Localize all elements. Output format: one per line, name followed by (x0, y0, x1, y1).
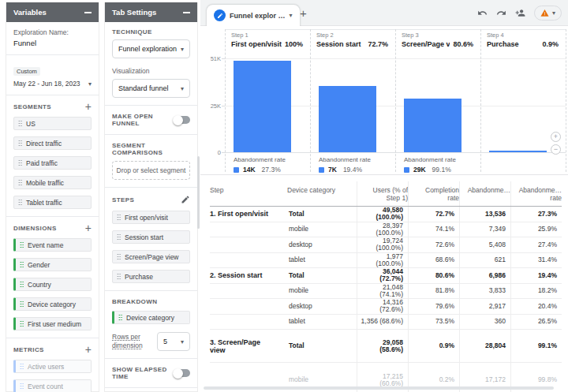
dimension-chip-label: Device category (28, 301, 76, 308)
drag-handle-icon (20, 281, 24, 288)
segment-drop-target[interactable]: Drop or select segment (112, 161, 190, 180)
column-header[interactable]: Users (% ofStep 1) (357, 181, 408, 206)
funnel-bar[interactable] (404, 99, 462, 152)
make-open-funnel-toggle[interactable] (174, 116, 190, 124)
chevron-down-icon: ▾ (290, 12, 293, 19)
column-header[interactable]: Step (210, 181, 287, 206)
abandonment-legend: Abandonment rate14K27.3% (234, 156, 308, 174)
technique-select[interactable]: Funnel exploration ▾ (112, 39, 190, 58)
dimension-chip[interactable]: First user medium (13, 317, 92, 330)
cell-abandonment-rate: 27.4% (510, 237, 562, 252)
drag-handle-icon (20, 363, 24, 370)
sampling-warning-button[interactable]: ▾ (534, 6, 562, 21)
minimize-icon[interactable] (84, 12, 92, 13)
step-name: Session start (316, 40, 361, 48)
cell-abandonment-rate: 27.3% (510, 207, 562, 222)
tab-settings-title: Tab Settings (112, 8, 156, 17)
cell-users: 1,977(100.0%) (357, 253, 408, 268)
funnel-bar[interactable] (234, 61, 291, 152)
step-header: Step 2Session start72.7% (310, 29, 395, 51)
cell-abandonment-rate: 18.2% (510, 284, 562, 299)
dimensions-list: Event nameGenderCountryDevice categoryFi… (13, 238, 92, 330)
redo-icon[interactable] (496, 8, 506, 18)
divider (105, 105, 197, 106)
divider (105, 387, 197, 388)
funnel-bar[interactable] (319, 86, 376, 152)
segments-list: USDirect trafficPaid trafficMobile traff… (13, 117, 92, 209)
add-segment-button[interactable]: + (85, 103, 92, 110)
header-line: Users (% of (357, 186, 408, 194)
cell-abandonment-rate: 25.9% (510, 222, 562, 237)
cell-completion-rate: 80.6% (408, 268, 459, 283)
column-header[interactable]: Abandonme…rate (510, 181, 562, 206)
edit-steps-icon[interactable] (181, 195, 190, 204)
exploration-name-value[interactable]: Funnel (13, 39, 92, 47)
users-count: 1,356 (68.6%) (357, 318, 403, 325)
funnel-step-chip[interactable]: First open/visit (112, 211, 190, 224)
date-range-picker[interactable]: May 22 - Jun 18, 2023 ▾ (13, 80, 92, 88)
funnel-step-chip[interactable]: Screen/Page view (112, 250, 190, 263)
table-horizontal-scrollbar[interactable] (204, 386, 554, 390)
segment-chip[interactable]: Tablet traffic (13, 196, 92, 209)
funnel-bar[interactable] (489, 151, 547, 152)
column-header[interactable]: Device category (287, 181, 357, 206)
tab-settings-scrollbar[interactable] (197, 156, 200, 229)
users-percent: (74.1%) (357, 291, 403, 298)
funnel-step-chip[interactable]: Session start (112, 230, 190, 244)
show-elapsed-time-toggle[interactable] (174, 369, 190, 377)
header-line: Abandonme… (460, 186, 510, 194)
segment-chip[interactable]: Paid traffic (13, 156, 92, 170)
abandonment-rate-label: Abandonment rate (319, 156, 393, 163)
add-tab-button[interactable]: + (300, 0, 307, 26)
divider (6, 54, 99, 55)
zoom-out-button[interactable]: − (551, 144, 561, 155)
breakdown-chip[interactable]: Device category (112, 311, 190, 324)
add-metric-button[interactable]: + (85, 345, 92, 353)
column-header[interactable]: Abandonme… (459, 181, 510, 206)
segment-chip[interactable]: Mobile traffic (13, 176, 92, 189)
main-area: Funnel explor … ▾ + ▾ 51K25K0Step 1First… (200, 0, 568, 392)
metric-chip[interactable]: Event count (13, 379, 92, 392)
tab-funnel-exploration[interactable]: Funnel explor … ▾ (207, 5, 300, 26)
segment-chip[interactable]: US (13, 117, 92, 130)
zoom-in-button[interactable]: + (551, 132, 561, 142)
funnel-step-chip[interactable]: Purchase (112, 270, 190, 283)
visualization-select[interactable]: Standard funnel ▾ (112, 79, 190, 98)
cell-users: 1,356 (68.6%) (357, 315, 408, 330)
share-user-add-icon[interactable] (515, 8, 525, 18)
undo-icon[interactable] (477, 8, 488, 18)
abandonment-rate-value: 27.3% (262, 166, 281, 174)
table-row: 2. Session startTotal36,044(72.7%)80.6%6… (210, 268, 562, 284)
cell-step: 1. First open/visit (210, 210, 287, 218)
table-row: desktop19,724(100.0%)72.6%5,40827.4% (210, 237, 562, 253)
cell-abandonments: 2,917 (459, 299, 510, 314)
dimension-chip[interactable]: Country (13, 278, 92, 291)
divider (105, 134, 197, 135)
segment-chip[interactable]: Direct traffic (13, 136, 92, 150)
technique-value: Funnel exploration (118, 45, 177, 53)
column-header[interactable]: Completionrate (408, 181, 459, 206)
cell-users: 29,058(58.6%) (357, 330, 408, 362)
step-completion-percent: 0.9% (542, 40, 559, 48)
rows-per-dimension-select[interactable]: 5 ▾ (157, 332, 190, 351)
drag-handle-icon (18, 199, 22, 206)
minimize-icon[interactable] (183, 12, 190, 13)
metrics-list: Active usersEvent countTransactions (13, 360, 92, 392)
visualization-value: Standard funnel (118, 84, 169, 92)
divider (6, 216, 99, 217)
cell-users: 14,316(72.6%) (357, 299, 408, 314)
drag-handle-icon (117, 214, 121, 221)
dimension-chip[interactable]: Device category (13, 297, 92, 311)
dimension-chip[interactable]: Gender (13, 258, 92, 271)
y-axis-tick-label: 51K (200, 55, 221, 62)
make-open-funnel-label: MAKE OPEN FUNNEL (112, 113, 174, 127)
segment-chip-label: Mobile traffic (26, 179, 64, 187)
cell-completion-rate: 73.5% (408, 315, 459, 330)
tab-strip: Funnel explor … ▾ + ▾ (200, 0, 568, 26)
header-line: rate (409, 194, 459, 202)
metric-chip[interactable]: Active users (13, 360, 92, 373)
add-dimension-button[interactable]: + (85, 224, 92, 232)
dimension-chip[interactable]: Event name (13, 238, 92, 252)
users-percent: (58.6%) (357, 346, 403, 353)
table-row: tablet1,356 (68.6%)73.5%36026.5% (210, 315, 562, 330)
